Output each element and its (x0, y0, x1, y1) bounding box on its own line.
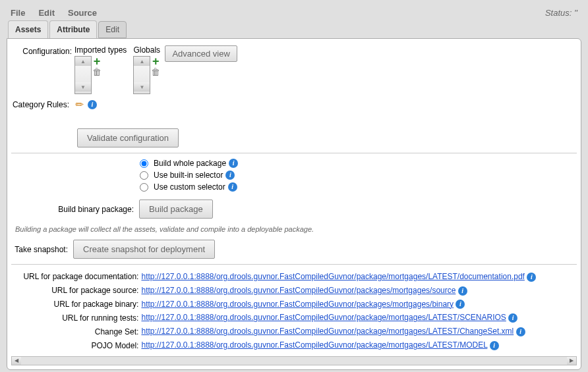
scrollbar-track[interactable] (21, 357, 567, 365)
menu-source[interactable]: Source (68, 8, 97, 18)
package-documentation-link[interactable]: http://127.0.0.1:8888/org.drools.guvnor.… (141, 272, 524, 281)
status-text: Status: '' (545, 8, 577, 18)
scroll-right-icon[interactable]: ▶ (567, 357, 576, 365)
url-label: Change Set: (11, 325, 141, 338)
app-window: File Edit Source Status: '' Assets Attri… (3, 3, 585, 372)
info-icon[interactable]: i (88, 100, 97, 109)
package-binary-link[interactable]: http://127.0.0.1:8888/org.drools.guvnor.… (141, 300, 454, 309)
radio-build-whole-label: Build whole package (154, 159, 226, 168)
info-icon[interactable]: i (508, 313, 517, 323)
table-row: URL for package source: http://127.0.0.1… (11, 284, 577, 298)
menu-file[interactable]: File (11, 8, 25, 18)
info-icon[interactable]: i (516, 327, 525, 336)
table-row: URL for package binary: http://127.0.0.1… (11, 298, 577, 311)
running-tests-link[interactable]: http://127.0.0.1:8888/org.drools.guvnor.… (141, 313, 506, 322)
radio-builtin-label: Use built-in selector (154, 171, 223, 180)
imported-types-group: Imported types ▲ ▼ + 🗑 (74, 45, 127, 94)
url-label: URL for package binary: (11, 298, 141, 311)
configuration-label: Configuration: (11, 45, 72, 56)
snapshot-row: Take snapshot: Create snapshot for deplo… (11, 240, 577, 259)
scroll-down-icon[interactable]: ▼ (75, 82, 91, 92)
tab-assets[interactable]: Assets (8, 20, 48, 38)
radio-builtin-selector[interactable]: Use built-in selector i (140, 171, 577, 180)
globals-label: Globals (133, 45, 160, 55)
scroll-up-icon[interactable]: ▲ (75, 57, 91, 66)
change-set-link[interactable]: http://127.0.0.1:8888/org.drools.guvnor.… (141, 327, 514, 336)
separator (11, 264, 577, 265)
horizontal-scrollbar[interactable]: ◀ ▶ (11, 356, 577, 365)
info-icon[interactable]: i (228, 182, 237, 192)
pojo-model-link[interactable]: http://127.0.0.1:8888/org.drools.guvnor.… (141, 340, 487, 350)
build-package-button[interactable]: Build package (139, 199, 213, 219)
imported-types-list[interactable]: ▲ ▼ (74, 56, 92, 94)
scroll-down-icon[interactable]: ▼ (134, 82, 150, 92)
build-binary-row: Build binary package: Build package (11, 199, 577, 219)
menu-bar: File Edit Source Status: '' (4, 4, 584, 22)
add-imported-type-icon[interactable]: + (92, 56, 102, 66)
globals-group: Globals ▲ ▼ + 🗑 (133, 45, 161, 94)
table-row: URL for running tests: http://127.0.0.1:… (11, 311, 577, 325)
globals-list[interactable]: ▲ ▼ (133, 56, 150, 94)
table-row: Change Set: http://127.0.0.1:8888/org.dr… (11, 325, 577, 338)
delete-global-icon[interactable]: 🗑 (150, 66, 161, 77)
create-snapshot-button[interactable]: Create snapshot for deployment (73, 240, 215, 259)
snapshot-label: Take snapshot: (11, 245, 71, 254)
menu-edit[interactable]: Edit (38, 8, 55, 18)
build-description: Building a package will collect all the … (15, 225, 577, 233)
url-label: URL for running tests: (11, 311, 141, 325)
radio-build-whole[interactable]: Build whole package i (140, 159, 577, 168)
advanced-view-button[interactable]: Advanced view (165, 45, 237, 62)
tab-bar: Assets Attribute Edit (4, 20, 584, 38)
tab-attribute[interactable]: Attribute (49, 20, 97, 38)
category-rules-label: Category Rules: (11, 100, 72, 109)
urls-table: URL for package documentation: http://12… (11, 270, 577, 352)
table-row: URL for package documentation: http://12… (11, 270, 577, 284)
url-label: URL for package source: (11, 284, 141, 298)
content-panel: Configuration: Imported types ▲ ▼ + 🗑 Gl… (7, 38, 581, 370)
status-label: Status: (545, 8, 574, 18)
tab-edit[interactable]: Edit (98, 21, 127, 38)
info-icon[interactable]: i (229, 159, 238, 168)
build-options: Build whole package i Use built-in selec… (140, 159, 577, 192)
radio-custom-label: Use custom selector (154, 182, 225, 192)
add-global-icon[interactable]: + (150, 56, 161, 66)
scroll-up-icon[interactable]: ▲ (134, 57, 150, 66)
radio-build-whole-input[interactable] (140, 159, 148, 168)
info-icon[interactable]: i (490, 341, 499, 350)
url-label: POJO Model: (11, 338, 141, 352)
table-row: POJO Model: http://127.0.0.1:8888/org.dr… (11, 338, 577, 352)
delete-imported-type-icon[interactable]: 🗑 (92, 66, 102, 77)
info-icon[interactable]: i (527, 273, 536, 282)
separator (11, 153, 577, 153)
configuration-row: Configuration: Imported types ▲ ▼ + 🗑 Gl… (11, 45, 577, 94)
imported-types-label: Imported types (74, 45, 127, 55)
radio-builtin-input[interactable] (140, 171, 148, 180)
radio-custom-selector[interactable]: Use custom selector i (140, 182, 577, 192)
edit-pencil-icon[interactable]: ✎ (73, 97, 88, 113)
validate-configuration-button[interactable]: Validate configuration (77, 128, 179, 147)
package-source-link[interactable]: http://127.0.0.1:8888/org.drools.guvnor.… (141, 286, 456, 295)
info-icon[interactable]: i (456, 300, 465, 309)
info-icon[interactable]: i (225, 171, 235, 180)
url-label: URL for package documentation: (11, 270, 141, 284)
validate-row: Validate configuration (11, 128, 577, 147)
info-icon[interactable]: i (458, 286, 467, 296)
build-binary-label: Build binary package: (11, 205, 136, 214)
status-value: '' (574, 8, 577, 18)
scroll-left-icon[interactable]: ◀ (12, 357, 21, 365)
category-rules-row: Category Rules: ✎ i (11, 99, 577, 110)
radio-custom-input[interactable] (140, 183, 148, 192)
